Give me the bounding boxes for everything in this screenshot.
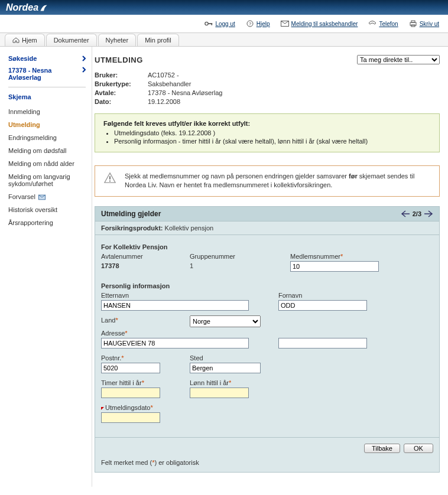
print-link[interactable]: Skriv ut	[409, 20, 439, 27]
postno-input[interactable]	[101, 363, 160, 373]
address-label: Adresse*	[101, 330, 267, 337]
validation-item: Personlig informasjon - timer hittil i å…	[114, 138, 431, 145]
section-title: Utmelding gjelder	[101, 210, 161, 218]
address2-input[interactable]	[278, 338, 367, 349]
pay-label: Lønn hittil i år*	[190, 379, 249, 386]
sidebar-item-label: Forvarsel	[8, 193, 35, 200]
lastname-label: Etternavn	[101, 292, 267, 299]
help-label: Hjelp	[257, 21, 270, 27]
meta-user-label: Bruker:	[95, 71, 148, 79]
city-label: Sted	[190, 354, 261, 362]
postno-label: Postnr.*	[101, 354, 178, 362]
meta-date-value: 19.12.2008	[148, 98, 180, 105]
sidebar-item-dodsfall[interactable]: Melding om dødsfall	[8, 144, 86, 157]
message-label: Melding til saksbehandler	[291, 21, 358, 27]
print-icon	[409, 20, 417, 27]
pager: 2/3	[401, 210, 433, 217]
page-title: UTMELDING	[95, 56, 143, 64]
sidebar-item-endringsmelding[interactable]: Endringsmelding	[8, 131, 86, 144]
meta-contract-value: 17378 - Nesna Avløserlag	[148, 89, 222, 96]
phone-icon	[368, 20, 376, 27]
chevron-right-icon	[82, 56, 86, 61]
outdate-input[interactable]	[101, 412, 160, 423]
sidebar-search-label: Søkeside	[8, 55, 37, 62]
directlink: Ta meg direkte til..	[357, 55, 440, 64]
footnote-post: ) er obligatorisk	[154, 459, 199, 466]
info-box: Sjekk at medlemsnummer og navn på person…	[95, 165, 440, 197]
help-link[interactable]: ? Hjelp	[246, 20, 270, 27]
city-input[interactable]	[190, 363, 261, 373]
directlink-select[interactable]: Ta meg direkte til..	[357, 55, 440, 64]
brand-logo: Nordea	[6, 2, 48, 13]
logo-mark-icon	[40, 4, 48, 12]
button-row: Tilbake OK	[95, 437, 439, 455]
section-sub: Forsikringsprodukt: Kollektiv pensjon	[95, 222, 439, 235]
svg-rect-2	[212, 23, 213, 25]
sidebar-item-innmelding[interactable]: Innmelding	[8, 105, 86, 118]
main-content: UTMELDING Ta meg direkte til.. Bruker:AC…	[92, 47, 448, 487]
sidebar-item-nadd-alder[interactable]: Melding om nådd alder	[8, 157, 86, 170]
validation-head: Følgende felt kreves utfylt/er ikke korr…	[103, 120, 431, 127]
group-title-personal: Personlig informasjon	[101, 282, 433, 289]
contractno-label: Avtalenummer	[101, 253, 178, 260]
svg-rect-7	[411, 21, 415, 22]
key-icon	[204, 20, 213, 27]
tab-documents[interactable]: Dokumenter	[46, 34, 97, 46]
country-label: Land*	[101, 317, 178, 324]
pager-prev[interactable]	[401, 210, 410, 217]
tab-home[interactable]: Hjem	[5, 34, 45, 46]
sidebar: Søkeside 17378 - Nesna Avløserlag Skjema…	[0, 47, 92, 487]
group-title-pension: For Kollektiv Pensjon	[101, 243, 433, 250]
sidebar-search[interactable]: Søkeside	[8, 55, 86, 62]
sidebar-item-historisk[interactable]: Historisk oversikt	[8, 203, 86, 216]
ok-button[interactable]: OK	[404, 444, 433, 453]
memberno-label: Medlemsnummer*	[290, 253, 379, 260]
hours-label: Timer hittil i år*	[101, 379, 178, 386]
phone-link[interactable]: Telefon	[368, 20, 398, 27]
question-icon: ?	[246, 20, 254, 27]
sidebar-item-utmelding[interactable]: Utmelding	[8, 118, 86, 131]
sidebar-context[interactable]: 17378 - Nesna Avløserlag	[8, 67, 86, 81]
country-select[interactable]: Norge	[190, 315, 261, 327]
chevron-right-icon	[82, 67, 86, 73]
brand-text: Nordea	[6, 2, 38, 13]
product-label: Forsikringsprodukt:	[101, 224, 163, 232]
phone-label: Telefon	[379, 21, 398, 27]
sidebar-section-label: Skjema	[8, 93, 86, 100]
groupno-value: 1	[190, 261, 278, 271]
tab-profile[interactable]: Min profil	[137, 34, 179, 46]
mail-icon	[281, 20, 289, 27]
form-section: Utmelding gjelder 2/3 Forsikringsprodukt…	[95, 206, 440, 473]
section-header: Utmelding gjelder 2/3	[95, 207, 439, 222]
footnote-pre: Felt merket med (	[101, 459, 152, 466]
sidebar-item-arsrapportering[interactable]: Årsrapportering	[8, 216, 86, 229]
info-bold: før	[349, 172, 358, 180]
sidebar-item-sykdom[interactable]: Melding om langvarig sykdom/uførhet	[8, 170, 86, 190]
sidebar-item-forvarsel[interactable]: Forvarsel	[8, 190, 86, 203]
svg-text:?: ?	[249, 21, 252, 27]
topbar: Nordea	[0, 0, 448, 15]
tab-profile-label: Min profil	[145, 37, 171, 44]
pager-next[interactable]	[424, 210, 433, 217]
pay-input[interactable]	[190, 387, 249, 398]
memberno-input[interactable]	[290, 261, 379, 272]
tab-news[interactable]: Nyheter	[98, 34, 137, 46]
meta-usertype-label: Brukertype:	[95, 80, 148, 87]
validation-item: Utmeldingsdato (feks. 19.12.2008 )	[114, 129, 431, 136]
back-button[interactable]: Tilbake	[364, 444, 400, 453]
section-body: For Kollektiv Pensjon Avtalenummer 17378…	[95, 235, 439, 437]
pager-text: 2/3	[413, 210, 421, 217]
product-value: Kollektiv pensjon	[165, 224, 214, 232]
meta-user-value: AC10752 -	[148, 71, 179, 79]
lastname-input[interactable]	[101, 300, 249, 311]
validation-box: Følgende felt kreves utfylt/er ikke korr…	[95, 113, 440, 152]
meta-date-label: Dato:	[95, 98, 148, 105]
tab-home-label: Hjem	[22, 37, 37, 44]
hours-input[interactable]	[101, 387, 160, 398]
groupno-label: Gruppenummer	[190, 253, 278, 260]
firstname-input[interactable]	[278, 300, 367, 311]
logout-link[interactable]: Logg ut	[204, 20, 235, 27]
outdate-label: Utmeldingsdato*	[101, 404, 160, 411]
address-input[interactable]	[101, 338, 249, 349]
message-link[interactable]: Melding til saksbehandler	[281, 20, 358, 27]
